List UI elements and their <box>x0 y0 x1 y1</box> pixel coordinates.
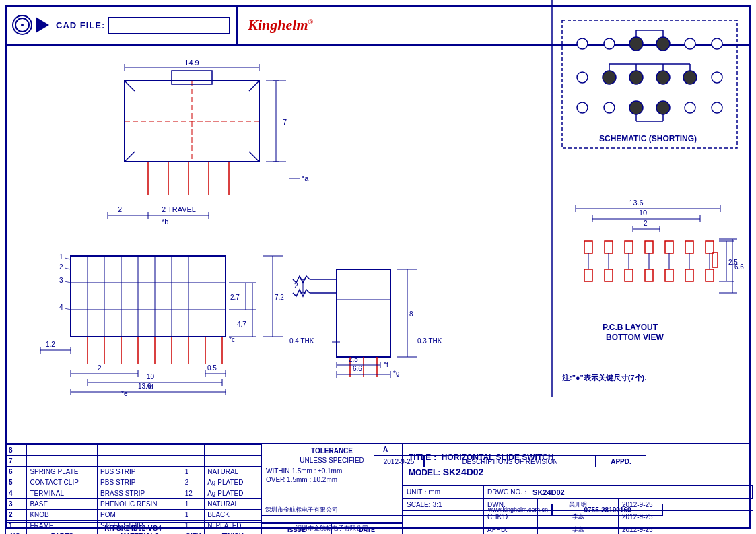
bom-row-2: 2 KNOB POM 1 BLACK <box>6 510 261 521</box>
row8-qty <box>182 445 204 456</box>
row5-parts: CONTACT CLIP <box>27 477 98 488</box>
row3-parts: BASE <box>27 499 98 510</box>
row4-parts: TERMINAL <box>27 488 98 499</box>
appd-signature: 李蕊 <box>538 523 619 534</box>
row4-qty: 12 <box>182 488 204 499</box>
svg-text:14.9: 14.9 <box>184 59 199 67</box>
row6-qty: 1 <box>182 467 204 477</box>
bom-row-6: 6 SPRING PLATE PBS STRIP 1 NATURAL <box>6 467 261 477</box>
svg-text:10: 10 <box>639 209 647 217</box>
website: www.kinghelm.com.cn <box>488 506 548 513</box>
svg-text:0.4 THK: 0.4 THK <box>289 337 314 345</box>
appd-header: APPD. <box>596 455 646 467</box>
row7-parts <box>27 456 98 467</box>
svg-point-131 <box>603 71 616 84</box>
row6-parts: SPRING PLATE <box>27 467 98 477</box>
row4-no: 4 <box>6 488 27 499</box>
svg-point-126 <box>629 37 643 51</box>
svg-text:2: 2 <box>294 282 298 290</box>
row8-materials <box>98 445 182 456</box>
svg-text:7: 7 <box>283 118 287 126</box>
svg-text:2: 2 <box>644 220 648 227</box>
row7-finish <box>205 456 261 467</box>
svg-point-127 <box>656 37 670 51</box>
row5-no: 5 <box>6 477 27 488</box>
svg-line-2 <box>125 81 135 91</box>
row7-no: 7 <box>6 456 27 467</box>
part-number-bar: KH-SK24D02-VG4 <box>5 522 261 534</box>
row7-qty <box>182 456 204 467</box>
tol1: WITHIN 1.5mm : ±0.1mm <box>266 467 398 475</box>
row5-qty: 2 <box>182 477 204 488</box>
svg-text:*e: *e <box>121 390 128 397</box>
row6-finish: NATURAL <box>205 467 261 477</box>
svg-rect-168 <box>625 241 633 253</box>
company-full-name: 深圳市金航标电子有限公司 <box>265 506 338 514</box>
svg-text:2.5: 2.5 <box>349 356 358 363</box>
svg-rect-178 <box>685 269 693 281</box>
main-drawing: 14.9 7 *a 2 TRAVEL *b 2 <box>0 0 745 397</box>
svg-text:8: 8 <box>409 310 413 318</box>
row2-finish: BLACK <box>205 510 261 521</box>
part-number: KH-SK24D02-VG4 <box>104 525 161 532</box>
appd-date: 2012-9-25 <box>619 523 753 534</box>
svg-point-141 <box>712 102 722 113</box>
svg-point-128 <box>685 38 695 49</box>
row8-parts <box>27 445 98 456</box>
svg-line-59 <box>65 281 71 283</box>
svg-text:2.7: 2.7 <box>230 294 240 301</box>
bom-row-8: 8 <box>6 445 261 456</box>
svg-point-124 <box>577 38 588 49</box>
row5-materials: PBS STRIP <box>98 477 182 488</box>
svg-rect-176 <box>645 269 653 281</box>
appd-row: APPD. 李蕊 2012-9-25 <box>403 523 753 534</box>
row6-no: 6 <box>6 467 27 477</box>
model-value: SK24D02 <box>443 467 484 477</box>
svg-rect-169 <box>645 241 653 253</box>
svg-point-140 <box>685 102 695 113</box>
tol2: OVER 1.5mm : ±0.2mm <box>266 476 398 483</box>
svg-point-130 <box>577 72 588 83</box>
row3-no: 3 <box>6 499 27 510</box>
revision-a: A <box>374 443 397 455</box>
unit-drwg-row: UNIT：mm DRWG NO.：SK24D02 <box>403 485 753 498</box>
svg-text:P.C.B LAYOUT: P.C.B LAYOUT <box>603 323 658 332</box>
svg-point-136 <box>577 102 588 113</box>
row3-materials: PHENOLIC RESIN <box>98 499 182 510</box>
row6-materials: PBS STRIP <box>98 467 182 477</box>
svg-rect-173 <box>584 269 592 281</box>
appd-label: APPD. <box>484 523 538 534</box>
svg-text:2 TRAVEL: 2 TRAVEL <box>162 205 196 213</box>
svg-rect-123 <box>562 20 737 148</box>
svg-text:BOTTOM VIEW: BOTTOM VIEW <box>606 333 664 342</box>
svg-rect-172 <box>706 241 714 253</box>
svg-line-57 <box>65 258 71 259</box>
svg-text:6.6: 6.6 <box>353 365 362 372</box>
svg-point-132 <box>629 71 643 84</box>
svg-text:*c: *c <box>229 336 235 343</box>
bom-row-3: 3 BASE PHENOLIC RESIN 1 NATURAL <box>6 499 261 510</box>
svg-point-125 <box>604 38 615 49</box>
issue-date-val: 2012-9-25 <box>374 455 424 467</box>
svg-text:2: 2 <box>118 205 122 213</box>
svg-text:13.6: 13.6 <box>138 382 151 390</box>
row4-finish: Ag PLATED <box>205 488 261 499</box>
svg-text:13.6: 13.6 <box>629 199 643 207</box>
svg-line-58 <box>65 268 71 269</box>
svg-text:*a: *a <box>302 174 309 182</box>
row3-qty: 1 <box>182 499 204 510</box>
company-name: 深圳市金航标电子有限公司 <box>296 524 368 533</box>
bom-row-4: 4 TERMINAL BRASS STRIP 12 Ag PLATED <box>6 488 261 499</box>
svg-point-134 <box>683 71 697 84</box>
svg-point-129 <box>712 38 722 49</box>
svg-text:*g: *g <box>393 370 399 377</box>
svg-text:*f: *f <box>384 361 388 368</box>
svg-rect-170 <box>665 241 673 253</box>
row3-finish: NATURAL <box>205 499 261 510</box>
row2-parts: KNOB <box>27 510 98 521</box>
unit-block: UNIT：mm <box>403 486 484 498</box>
svg-rect-179 <box>706 269 714 281</box>
svg-text:6.6: 6.6 <box>734 263 744 271</box>
svg-text:1: 1 <box>59 253 63 261</box>
svg-text:2: 2 <box>59 263 63 271</box>
